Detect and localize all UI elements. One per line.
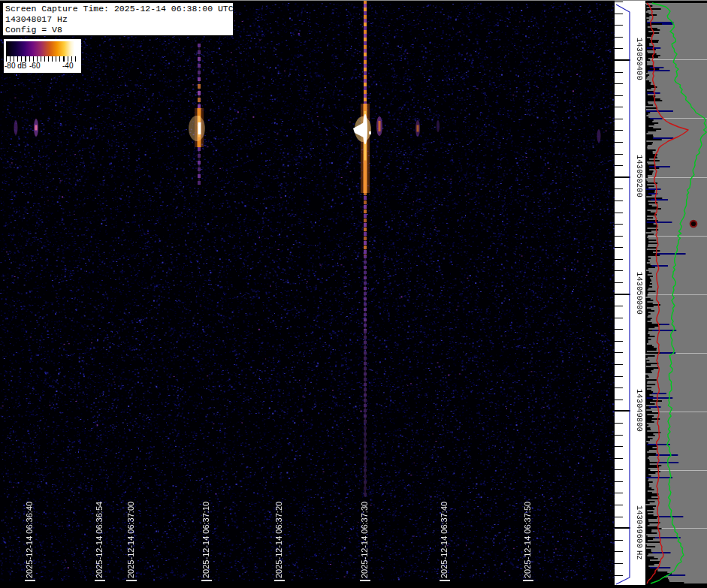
capture-time-line: Screen Capture Time: 2025-12-14 06:38:00… (5, 4, 233, 14)
window-border-top (0, 0, 707, 1)
time-axis-label: 2025-12-14 06:37:50 (523, 502, 533, 578)
colormap-legend: -80 dB-60-40 (4, 39, 81, 73)
time-axis-tick (523, 580, 533, 581)
time-axis-label: 2025-12-14 06:37:40 (440, 502, 449, 578)
time-axis-label: 2025-12-14 06:36:54 (95, 502, 104, 578)
time-axis-label: 2025-12-14 06:37:30 (360, 502, 370, 578)
time-axis-tick (440, 580, 450, 581)
spectrum-panel (645, 0, 707, 588)
time-axis-label: 2025-12-14 06:37:10 (201, 502, 211, 578)
time-axis-label: 2025-12-14 06:36:40 (25, 502, 35, 578)
time-axis-label: 2025-12-14 06:37:00 (126, 502, 136, 578)
colormap-gradient-bar (6, 41, 79, 56)
time-axis-tick (274, 580, 285, 581)
colormap-db-label: -60 (29, 62, 40, 71)
time-axis-tick (95, 580, 105, 581)
colormap-db-label: -80 dB (5, 62, 26, 71)
frequency-axis-label: 143050200 (634, 155, 644, 201)
time-axis-tick (201, 580, 212, 581)
colormap-db-label: -40 (62, 62, 73, 71)
spectrogram-waterfall (0, 0, 615, 588)
frequency-axis-label: 143049800 (634, 389, 644, 436)
frequency-axis-label: 143050400 (634, 38, 644, 84)
spectrum-capture-window: Screen Capture Time: 2025-12-14 06:38:00… (0, 0, 707, 588)
frequency-axis-label: 143050000 (634, 272, 644, 318)
frequency-axis-label: 143049600 (634, 505, 644, 552)
capture-info-box: Screen Capture Time: 2025-12-14 06:38:00… (2, 2, 234, 36)
time-axis-tick (25, 580, 35, 581)
center-frequency-line: 143048017 Hz (5, 14, 233, 25)
colormap-tick-marks (6, 56, 79, 62)
time-axis-label: 2025-12-14 06:37:20 (274, 502, 284, 578)
frequency-axis-unit: Hz (634, 550, 644, 588)
config-line: Config = V8 (5, 25, 233, 35)
time-axis-tick (126, 580, 137, 581)
time-axis-tick (360, 580, 370, 581)
